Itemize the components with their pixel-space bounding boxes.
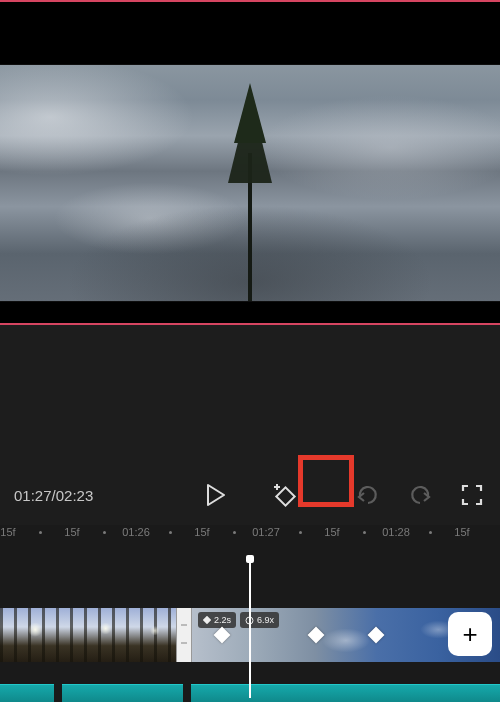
undo-button[interactable]: [354, 481, 382, 509]
time-display: 01:27/02:23: [14, 487, 93, 504]
add-keyframe-button[interactable]: [270, 481, 298, 509]
play-button[interactable]: [202, 481, 230, 509]
control-row: 01:27/02:23: [0, 473, 500, 517]
speed-badge: 6.9x: [240, 612, 279, 628]
redo-button[interactable]: [406, 481, 434, 509]
ruler-label: 15f: [442, 526, 482, 538]
tree-silhouette: [220, 83, 280, 302]
keyframe-marker[interactable]: [214, 627, 231, 644]
clip-transition-handle[interactable]: [176, 608, 192, 662]
center-controls: [202, 481, 298, 509]
audio-gap: [54, 683, 62, 702]
keyframe-icon: [271, 482, 297, 508]
clip-badges: 2.2s 6.9x: [198, 612, 279, 628]
duration-badge-text: 2.2s: [214, 615, 231, 625]
video-frame[interactable]: [0, 64, 500, 302]
clip-1[interactable]: [0, 608, 176, 662]
add-clip-button[interactable]: +: [448, 612, 492, 656]
diamond-small-icon: [203, 616, 211, 624]
playhead[interactable]: [249, 558, 251, 698]
svg-rect-0: [276, 487, 294, 505]
keyframe-marker[interactable]: [308, 627, 325, 644]
play-icon: [206, 484, 226, 506]
audio-gap: [183, 683, 191, 702]
duration-badge: 2.2s: [198, 612, 236, 628]
undo-icon: [356, 485, 380, 505]
keyframe-marker[interactable]: [368, 627, 385, 644]
timeline-ruler[interactable]: 15f15f01:2615f01:2715f01:2815f: [0, 520, 500, 544]
add-clip-label: +: [462, 619, 477, 650]
redo-icon: [408, 485, 432, 505]
video-preview-area: [0, 0, 500, 325]
fullscreen-button[interactable]: [458, 481, 486, 509]
playback-controls-area: 01:27/02:23: [0, 325, 500, 525]
svg-rect-3: [203, 616, 211, 624]
speed-badge-text: 6.9x: [257, 615, 274, 625]
right-controls: [354, 481, 486, 509]
fullscreen-icon: [461, 484, 483, 506]
